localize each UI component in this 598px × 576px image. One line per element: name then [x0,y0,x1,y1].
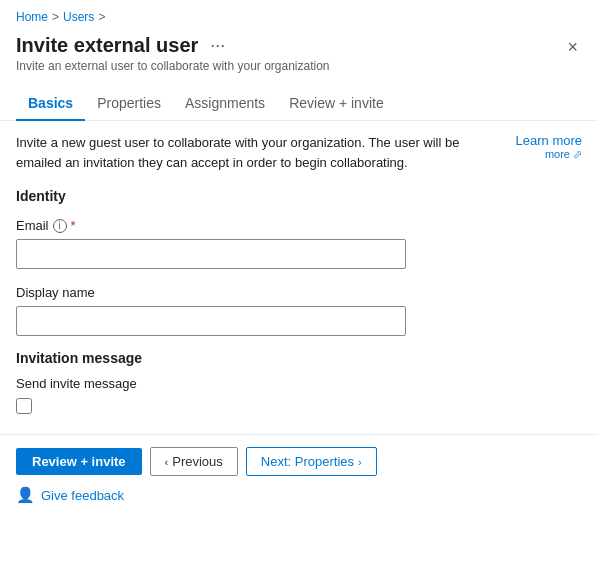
breadcrumb-home[interactable]: Home [16,10,48,24]
title-row: Invite external user ··· [16,34,330,57]
more-options-icon[interactable]: ··· [206,35,229,56]
identity-section-title: Identity [0,184,598,212]
tab-assignments[interactable]: Assignments [173,87,277,121]
give-feedback-row[interactable]: 👤 Give feedback [0,476,598,504]
tab-properties[interactable]: Properties [85,87,173,121]
send-invite-checkbox-row [0,397,598,426]
close-button[interactable]: × [563,34,582,60]
email-info-icon[interactable]: i [53,219,67,233]
give-feedback-label[interactable]: Give feedback [41,488,124,503]
display-name-field-group: Display name [0,279,598,346]
info-banner: Invite a new guest user to collaborate w… [0,121,598,184]
learn-more-label: Learn more [516,133,582,148]
display-name-label: Display name [16,285,582,300]
display-name-input[interactable] [16,306,406,336]
learn-more-link[interactable]: Learn more more ⬀ [516,133,582,161]
previous-chevron: ‹ [165,456,169,468]
tab-basics[interactable]: Basics [16,87,85,121]
info-banner-text: Invite a new guest user to collaborate w… [16,133,504,172]
page-subtitle: Invite an external user to collaborate w… [16,59,330,73]
email-input[interactable] [16,239,406,269]
page-title: Invite external user [16,34,198,57]
invitation-section-title: Invitation message [0,346,598,376]
tab-review-invite[interactable]: Review + invite [277,87,396,121]
breadcrumb: Home > Users > [0,0,598,30]
review-invite-button[interactable]: Review + invite [16,448,142,475]
footer-actions: Review + invite ‹ Previous Next: Propert… [0,435,598,476]
send-invite-label: Send invite message [0,376,598,397]
next-label: Next: Properties [261,454,354,469]
previous-button[interactable]: ‹ Previous [150,447,238,476]
email-required: * [71,218,76,233]
feedback-person-icon: 👤 [16,486,35,504]
breadcrumb-sep1: > [52,10,59,24]
email-field-group: Email i * [0,212,598,279]
next-chevron: › [358,456,362,468]
header-left: Invite external user ··· Invite an exter… [16,34,330,73]
send-invite-checkbox[interactable] [16,398,32,414]
breadcrumb-sep2: > [98,10,105,24]
tab-bar: Basics Properties Assignments Review + i… [0,87,598,121]
email-label: Email i * [16,218,582,233]
page-header: Invite external user ··· Invite an exter… [0,30,598,75]
previous-label: Previous [172,454,223,469]
breadcrumb-users[interactable]: Users [63,10,94,24]
next-button[interactable]: Next: Properties › [246,447,377,476]
learn-more-icon: more ⬀ [545,148,582,161]
